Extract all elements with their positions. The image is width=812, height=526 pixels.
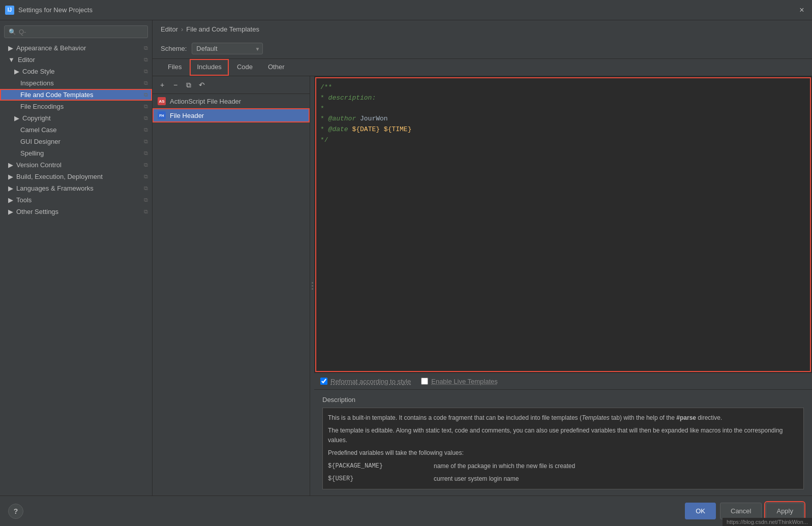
sidebar-item-label: GUI Designer — [20, 138, 61, 145]
arrow-icon: ▶ — [8, 196, 13, 204]
template-item-actionscript[interactable]: AS ActionScript File Header — [153, 94, 310, 108]
sidebar-item-other-settings[interactable]: ▶ Other Settings ⧉ — [0, 206, 152, 218]
sidebar-item-tools[interactable]: ▶ Tools ⧉ — [0, 194, 152, 206]
app-icon: IJ — [5, 6, 14, 15]
scheme-select[interactable]: Default Project — [192, 43, 263, 54]
tab-includes[interactable]: Includes — [190, 59, 228, 76]
sidebar-item-label: Inspections — [20, 79, 54, 87]
code-area[interactable]: /** * description: * * @author JourWon *… — [314, 76, 812, 373]
ok-button[interactable]: OK — [685, 503, 716, 519]
copy-icon: ⧉ — [144, 208, 148, 215]
code-options: Reformat according to style Enable Live … — [314, 373, 812, 389]
sidebar-item-editor[interactable]: ▼ Editor ⧉ — [0, 54, 152, 66]
remove-template-button[interactable]: − — [170, 79, 181, 90]
description-text-3: Predefined variables will take the follo… — [328, 448, 798, 458]
breadcrumb: Editor › File and Code Templates — [153, 20, 812, 39]
resize-dot — [312, 285, 313, 287]
title-bar-left: IJ Settings for New Projects — [5, 6, 93, 15]
sidebar-item-label: Camel Case — [20, 126, 57, 134]
sidebar-item-label: File Encodings — [20, 103, 64, 110]
breadcrumb-part1: Editor — [161, 25, 178, 33]
search-input[interactable] — [19, 28, 143, 36]
arrow-icon: ▶ — [14, 114, 19, 122]
file-header-icon: FH — [158, 111, 166, 119]
live-templates-checkbox[interactable] — [421, 378, 428, 385]
live-templates-option[interactable]: Enable Live Templates — [421, 378, 498, 385]
description-var-row-1: ${PACKAGE_NAME} name of the package in w… — [328, 461, 798, 471]
reformat-label: Reformat according to style — [330, 378, 411, 385]
tab-code[interactable]: Code — [230, 59, 260, 76]
sidebar-item-label: Tools — [16, 196, 32, 204]
sidebar-item-inspections[interactable]: Inspections ⧉ — [0, 77, 152, 89]
copy-icon: ⧉ — [144, 91, 148, 98]
arrow-icon: ▶ — [8, 161, 13, 169]
sidebar-item-camel-case[interactable]: Camel Case ⧉ — [0, 124, 152, 136]
sidebar-item-label: Build, Execution, Deployment — [16, 173, 103, 180]
description-text-2: The template is editable. Along with sta… — [328, 426, 798, 445]
tab-files[interactable]: Files — [161, 59, 189, 76]
sidebar-item-version-control[interactable]: ▶ Version Control ⧉ — [0, 159, 152, 171]
arrow-icon: ▶ — [8, 184, 13, 192]
copy-icon: ⧉ — [144, 150, 148, 157]
search-box[interactable]: 🔍 — [4, 25, 148, 38]
help-button[interactable]: ? — [8, 504, 23, 519]
arrow-icon: ▶ — [8, 173, 13, 180]
copy-icon: ⧉ — [144, 185, 148, 192]
sidebar-item-file-code-templates[interactable]: File and Code Templates ⧉ — [0, 89, 152, 101]
code-line-2: * description: — [320, 93, 806, 104]
copy-icon: ⧉ — [144, 80, 148, 86]
copy-icon: ⧉ — [144, 115, 148, 121]
title-bar: IJ Settings for New Projects × — [0, 0, 812, 20]
sidebar-item-languages[interactable]: ▶ Languages & Frameworks ⧉ — [0, 182, 152, 194]
sidebar-item-build-execution[interactable]: ▶ Build, Execution, Deployment ⧉ — [0, 171, 152, 182]
sidebar-item-label: Languages & Frameworks — [16, 184, 94, 192]
cancel-button[interactable]: Cancel — [720, 503, 762, 519]
description-bold-parse: #parse — [676, 414, 696, 421]
reformat-checkbox[interactable] — [320, 378, 327, 385]
var-name-user: ${USER} — [328, 474, 430, 484]
tab-other[interactable]: Other — [261, 59, 292, 76]
template-item-file-header[interactable]: FH File Header — [153, 108, 310, 122]
sidebar-item-label: Spelling — [20, 149, 44, 157]
sidebar-item-label: Version Control — [16, 161, 62, 169]
add-template-button[interactable]: + — [157, 79, 168, 90]
description-text-1: This is a built-in template. It contains… — [328, 413, 798, 423]
main-layout: 🔍 ▶ Appearance & Behavior ⧉ ▼ Editor ⧉ ▶… — [0, 20, 812, 496]
code-line-5: * @date ${DATE} ${TIME} — [320, 125, 806, 135]
sidebar-item-code-style[interactable]: ▶ Code Style ⧉ — [0, 66, 152, 77]
resize-dot — [312, 288, 313, 290]
content-area: Editor › File and Code Templates Scheme:… — [153, 20, 812, 496]
breadcrumb-separator: › — [181, 25, 183, 33]
template-list: + − ⧉ ↶ AS ActionScript File Header FH F… — [153, 76, 310, 496]
reformat-option[interactable]: Reformat according to style — [320, 378, 411, 385]
copy-template-button[interactable]: ⧉ — [183, 79, 194, 90]
sidebar-item-label: Other Settings — [16, 208, 58, 215]
description-title: Description — [322, 396, 804, 404]
template-area: + − ⧉ ↶ AS ActionScript File Header FH F… — [153, 76, 812, 496]
description-var-row-2: ${USER} current user system login name — [328, 474, 798, 484]
bottom-bar: ? OK Cancel Apply — [0, 496, 812, 526]
sidebar-item-spelling[interactable]: Spelling ⧉ — [0, 147, 152, 159]
tabs-row: Files Includes Code Other — [153, 59, 812, 76]
sidebar-item-gui-designer[interactable]: GUI Designer ⧉ — [0, 136, 152, 147]
sidebar-item-label: Copyright — [22, 114, 51, 122]
copy-icon: ⧉ — [144, 138, 148, 145]
close-button[interactable]: × — [797, 5, 807, 15]
copy-icon: ⧉ — [144, 68, 148, 75]
copy-icon: ⧉ — [144, 162, 148, 168]
code-line-1: /** — [320, 82, 806, 93]
sidebar-item-label: Code Style — [22, 68, 55, 75]
var-name-package: ${PACKAGE_NAME} — [328, 461, 430, 471]
resize-dot — [312, 282, 313, 284]
reset-template-button[interactable]: ↶ — [196, 79, 207, 90]
sidebar-item-copyright[interactable]: ▶ Copyright ⧉ — [0, 112, 152, 124]
sidebar-item-file-encodings[interactable]: File Encodings ⧉ — [0, 101, 152, 112]
code-line-4: * @author JourWon — [320, 114, 806, 125]
resize-handle[interactable] — [310, 76, 314, 496]
scheme-select-wrapper: Default Project ▼ — [192, 43, 263, 54]
arrow-icon: ▶ — [8, 208, 13, 215]
copy-icon: ⧉ — [144, 127, 148, 133]
sidebar-item-appearance[interactable]: ▶ Appearance & Behavior ⧉ — [0, 42, 152, 54]
code-line-6: */ — [320, 135, 806, 146]
apply-button[interactable]: Apply — [766, 503, 804, 519]
